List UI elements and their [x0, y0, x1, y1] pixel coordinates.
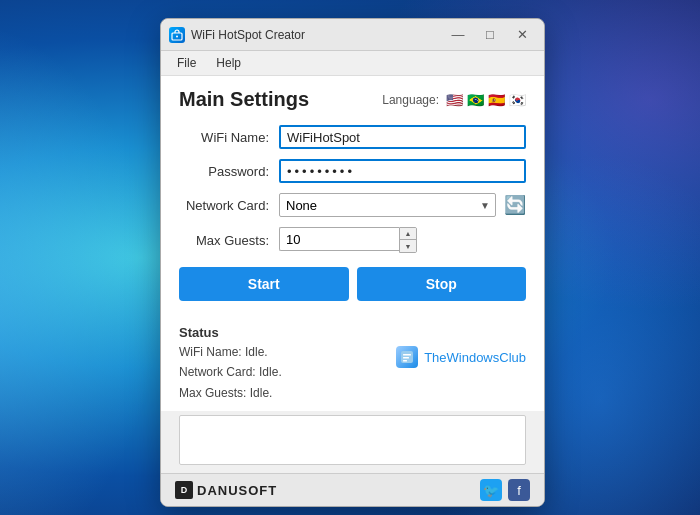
status-wifi-name: WiFi Name: Idle.: [179, 342, 396, 362]
status-title: Status: [179, 325, 526, 340]
network-card-select[interactable]: None: [279, 193, 496, 217]
flag-us[interactable]: 🇺🇸: [446, 93, 463, 107]
svg-rect-5: [403, 360, 407, 362]
close-button[interactable]: ✕: [508, 25, 536, 45]
facebook-icon[interactable]: f: [508, 479, 530, 501]
flag-br[interactable]: 🇧🇷: [467, 93, 484, 107]
action-buttons: Start Stop: [179, 267, 526, 301]
status-wifi-label: WiFi Name:: [179, 345, 242, 359]
max-guests-input[interactable]: [279, 227, 399, 251]
svg-point-1: [176, 35, 178, 37]
footer-logo-icon: D: [175, 481, 193, 499]
twitter-icon[interactable]: 🐦: [480, 479, 502, 501]
app-icon: [169, 27, 185, 43]
network-card-row: Network Card: None ▼ 🔄: [179, 193, 526, 217]
minimize-button[interactable]: —: [444, 25, 472, 45]
password-input[interactable]: [279, 159, 526, 183]
svg-rect-3: [403, 354, 411, 356]
network-refresh-icon[interactable]: 🔄: [504, 194, 526, 216]
window-title: WiFi HotSpot Creator: [191, 28, 444, 42]
flag-kr[interactable]: 🇰🇷: [509, 93, 526, 107]
stop-button[interactable]: Stop: [357, 267, 527, 301]
main-title: Main Settings: [179, 88, 382, 111]
footer-logo: D DANUSOFT: [175, 481, 277, 499]
content-area: Main Settings Language: 🇺🇸 🇧🇷 🇪🇸 🇰🇷 WiFi…: [161, 76, 544, 321]
status-max-guests: Max Guests: Idle.: [179, 383, 396, 403]
network-card-select-wrapper: None ▼: [279, 193, 496, 217]
status-brand[interactable]: TheWindowsClub: [396, 346, 526, 368]
brand-icon: [396, 346, 418, 368]
status-network-card: Network Card: Idle.: [179, 362, 396, 382]
status-lines: WiFi Name: Idle. Network Card: Idle. Max…: [179, 342, 396, 403]
password-label: Password:: [179, 164, 279, 179]
spinner-down-button[interactable]: ▼: [400, 240, 416, 252]
status-network-label: Network Card:: [179, 365, 256, 379]
footer-logo-text: DANUSOFT: [197, 483, 277, 498]
header-row: Main Settings Language: 🇺🇸 🇧🇷 🇪🇸 🇰🇷: [179, 88, 526, 111]
language-section: Language: 🇺🇸 🇧🇷 🇪🇸 🇰🇷: [382, 93, 526, 107]
svg-rect-4: [403, 357, 409, 359]
menu-file[interactable]: File: [169, 53, 204, 73]
title-bar: WiFi HotSpot Creator — □ ✕: [161, 19, 544, 51]
brand-name: TheWindowsClub: [424, 350, 526, 365]
footer-social: 🐦 f: [480, 479, 530, 501]
status-wifi-value: Idle.: [245, 345, 268, 359]
spinner-buttons: ▲ ▼: [399, 227, 417, 253]
language-label: Language:: [382, 93, 439, 107]
menu-bar: File Help: [161, 51, 544, 76]
spinner-up-button[interactable]: ▲: [400, 228, 416, 240]
status-network-value: Idle.: [259, 365, 282, 379]
max-guests-row: Max Guests: ▲ ▼: [179, 227, 526, 253]
log-box: [179, 415, 526, 465]
start-button[interactable]: Start: [179, 267, 349, 301]
app-window: WiFi HotSpot Creator — □ ✕ File Help Mai…: [160, 18, 545, 507]
menu-help[interactable]: Help: [208, 53, 249, 73]
network-card-label: Network Card:: [179, 198, 279, 213]
footer: D DANUSOFT 🐦 f: [161, 473, 544, 506]
wifi-name-label: WiFi Name:: [179, 130, 279, 145]
max-guests-label: Max Guests:: [179, 233, 279, 248]
status-section: Status WiFi Name: Idle. Network Card: Id…: [161, 321, 544, 411]
wifi-name-row: WiFi Name:: [179, 125, 526, 149]
status-guests-value: Idle.: [250, 386, 273, 400]
status-guests-label: Max Guests:: [179, 386, 246, 400]
password-row: Password:: [179, 159, 526, 183]
maximize-button[interactable]: □: [476, 25, 504, 45]
wifi-name-input[interactable]: [279, 125, 526, 149]
max-guests-spinner: ▲ ▼: [279, 227, 417, 253]
window-controls: — □ ✕: [444, 25, 536, 45]
flag-es[interactable]: 🇪🇸: [488, 93, 505, 107]
status-body: WiFi Name: Idle. Network Card: Idle. Max…: [179, 342, 526, 403]
